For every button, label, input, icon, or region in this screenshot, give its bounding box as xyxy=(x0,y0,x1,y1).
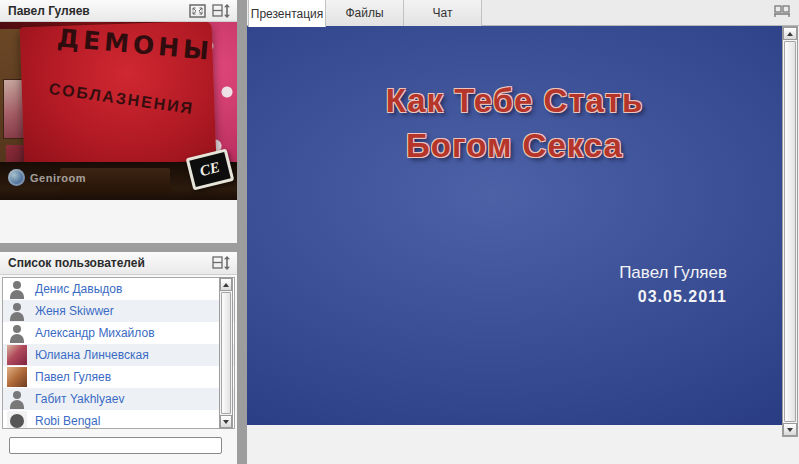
geniroom-watermark-text: Geniroom xyxy=(30,172,86,184)
panel-resize-icon[interactable] xyxy=(212,4,231,18)
tab-label: Чат xyxy=(433,6,453,20)
user-avatar-icon xyxy=(7,323,27,343)
user-name[interactable]: Robi Bengal xyxy=(35,414,100,428)
scroll-up-button[interactable] xyxy=(783,27,797,40)
arrow-up-icon xyxy=(223,283,229,287)
user-list-panel: Список пользователей Денис Давыдов xyxy=(0,252,237,464)
user-avatar-icon xyxy=(7,301,27,321)
slide-author: Павел Гуляев xyxy=(619,262,727,284)
user-avatar-photo xyxy=(7,367,27,387)
arrow-down-icon xyxy=(223,420,229,424)
presentation-footer xyxy=(247,425,782,464)
slide-title-line2: Богом Секса xyxy=(247,123,782,168)
fullscreen-icon[interactable] xyxy=(189,4,206,18)
arrow-down-icon xyxy=(787,428,793,432)
user-avatar-photo xyxy=(7,345,27,365)
list-item[interactable]: Юлиана Линчевская xyxy=(3,344,234,366)
list-item[interactable]: Габит Yakhlyaev xyxy=(3,388,234,410)
list-item[interactable]: Robi Bengal xyxy=(3,410,234,429)
user-avatar-icon xyxy=(7,279,27,299)
video-panel-title: Павел Гуляев xyxy=(8,4,189,18)
user-avatar-photo xyxy=(7,411,27,429)
slide-title: Как Тебе Стать Богом Секса xyxy=(247,78,782,168)
user-list-input[interactable] xyxy=(9,437,222,454)
user-name[interactable]: Женя Skiwwer xyxy=(35,304,114,318)
presentation-scrollbar[interactable] xyxy=(782,26,798,437)
tab-label: Файлы xyxy=(345,6,383,20)
video-panel-controls xyxy=(189,4,231,18)
slide-date: 03.05.2011 xyxy=(619,284,727,310)
user-name[interactable]: Габит Yakhlyaev xyxy=(35,392,124,406)
user-list: Денис Давыдов Женя Skiwwer Александр Мих… xyxy=(2,277,235,429)
user-list-title: Список пользователей xyxy=(8,256,212,270)
tab-label: Презентация xyxy=(251,7,324,21)
list-item[interactable]: Денис Давыдов xyxy=(3,278,234,300)
layout-icon[interactable] xyxy=(773,5,791,19)
scrollbar-thumb[interactable] xyxy=(221,292,231,414)
scrollbar-thumb[interactable] xyxy=(784,41,796,422)
list-item[interactable]: Александр Михайлов xyxy=(3,322,234,344)
video-panel-header: Павел Гуляев xyxy=(0,0,237,22)
user-name[interactable]: Денис Давыдов xyxy=(35,282,122,296)
scroll-down-button[interactable] xyxy=(783,423,797,436)
user-name[interactable]: Юлиана Линчевская xyxy=(35,348,149,362)
video-panel-footer xyxy=(0,200,237,243)
webinar-app: { "video_panel": { "title": "Павел Гуляе… xyxy=(0,0,799,464)
slide-credit: Павел Гуляев 03.05.2011 xyxy=(619,262,727,310)
arrow-up-icon xyxy=(787,32,793,36)
user-list-header: Список пользователей xyxy=(0,252,237,275)
tab-files[interactable]: Файлы xyxy=(326,0,404,26)
tab-chat[interactable]: Чат xyxy=(404,0,482,26)
left-column: Павел Гуляев xyxy=(0,0,237,464)
user-list-controls xyxy=(212,256,231,270)
panel-resize-icon[interactable] xyxy=(212,256,231,270)
tab-bar: Презентация Файлы Чат xyxy=(247,0,799,26)
content-panel: Презентация Файлы Чат Как Тебе Стать Бог… xyxy=(247,0,799,464)
webcam-video: ДЕМОНЫ СОБЛАЗНЕНИЯ СЕ Geniroom xyxy=(0,22,237,200)
user-name[interactable]: Павел Гуляев xyxy=(35,370,111,384)
scroll-up-button[interactable] xyxy=(220,278,232,291)
user-list-footer xyxy=(0,429,237,464)
user-list-scrollbar[interactable] xyxy=(219,277,233,429)
list-item[interactable]: Павел Гуляев xyxy=(3,366,234,388)
scroll-down-button[interactable] xyxy=(220,415,232,428)
presentation-slide: Как Тебе Стать Богом Секса Павел Гуляев … xyxy=(247,26,782,425)
user-name[interactable]: Александр Михайлов xyxy=(35,326,155,340)
tab-presentation[interactable]: Презентация xyxy=(248,0,326,27)
geniroom-watermark: Geniroom xyxy=(8,169,86,186)
user-avatar-icon xyxy=(7,389,27,409)
slide-title-line1: Как Тебе Стать xyxy=(247,78,782,123)
list-item[interactable]: Женя Skiwwer xyxy=(3,300,234,322)
geniroom-logo-icon xyxy=(8,169,25,186)
video-panel: Павел Гуляев xyxy=(0,0,237,243)
